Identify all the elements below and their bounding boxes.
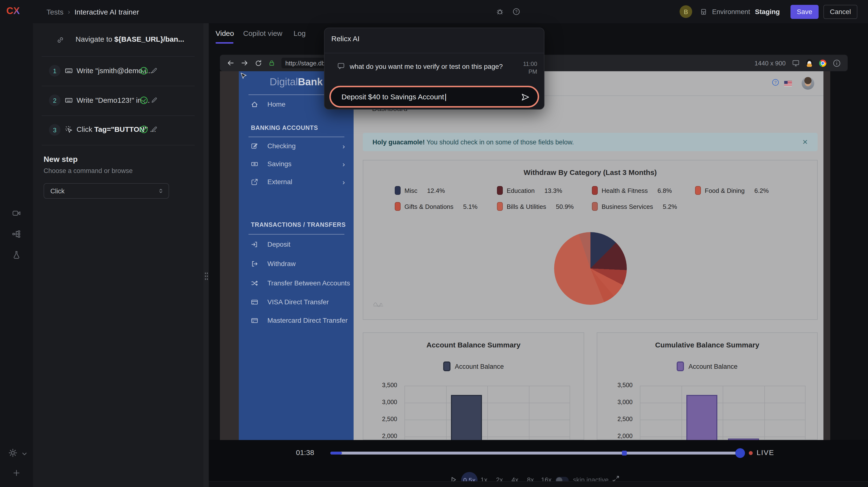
url-text: http://stage.dba	[285, 59, 329, 67]
bar-plot	[404, 386, 570, 440]
bank-nav-mastercard[interactable]: Mastercard Direct Transfer	[239, 313, 353, 327]
video-viewport[interactable]: Digital Bank Home BANKING ACCOUNTS Check…	[220, 71, 830, 440]
flow-tree-icon[interactable]	[12, 230, 21, 238]
bank-nav-external[interactable]: External›	[239, 175, 353, 188]
active-tab-underline	[216, 42, 234, 43]
mouse-cursor-icon	[240, 72, 248, 81]
live-label[interactable]: LIVE	[756, 448, 774, 456]
send-icon[interactable]	[521, 93, 530, 102]
playhead-handle[interactable]	[735, 448, 745, 458]
bank-nav-withdraw[interactable]: Withdraw	[239, 257, 353, 270]
cx-logo[interactable]: CX	[6, 5, 20, 17]
progress-track[interactable]	[330, 452, 741, 455]
settings-gear-icon[interactable]	[8, 448, 18, 457]
sign-in-icon	[251, 241, 258, 248]
browser-back-icon[interactable]	[227, 59, 235, 67]
add-icon[interactable]	[12, 469, 20, 477]
bar-legend[interactable]: Account Balance	[363, 362, 584, 371]
relicx-ai-dialog: Relicx AI what do you want me to verify …	[324, 28, 545, 110]
cancel-button[interactable]: Cancel	[824, 5, 857, 19]
chat-bubble-icon	[337, 62, 345, 70]
bank-nav-checking[interactable]: Checking›	[239, 139, 353, 153]
external-link-icon	[251, 178, 258, 185]
bank-nav-deposit[interactable]: Deposit	[239, 238, 353, 251]
flask-icon[interactable]	[12, 250, 21, 259]
panel-resize-gutter[interactable]	[204, 23, 209, 487]
step-number-badge: 1	[49, 65, 61, 77]
legend-item[interactable]: Education13.3%	[497, 186, 562, 195]
step-success-icon	[140, 66, 148, 75]
divider	[248, 136, 344, 137]
breadcrumb: Tests › Interactive AI trainer	[46, 0, 139, 23]
cx-logo-c: C	[6, 5, 13, 16]
alert-rest-text: You should check in on some of those fie…	[425, 138, 574, 146]
step-number-badge: 2	[49, 94, 61, 106]
command-select[interactable]: Click	[43, 183, 169, 199]
pie-chart[interactable]	[554, 232, 627, 305]
pie-card: Withdraw By Category (Last 3 Months) Mis…	[363, 160, 817, 320]
environment-value[interactable]: Staging	[755, 8, 780, 16]
environment-label: Environment	[712, 8, 750, 16]
divider	[42, 86, 195, 86]
bar[interactable]	[686, 395, 717, 440]
bar-legend[interactable]: Account Balance	[597, 362, 817, 371]
edit-step-icon[interactable]	[151, 125, 158, 133]
cursor-click-icon	[65, 125, 73, 133]
legend-swatch	[497, 186, 503, 195]
chrome-browser-icon	[819, 59, 826, 67]
tab-log[interactable]: Log	[293, 29, 306, 37]
tab-copilot-view[interactable]: Copilot view	[243, 29, 282, 37]
info-icon[interactable]	[833, 59, 841, 67]
bar[interactable]	[728, 438, 759, 440]
video-camera-icon[interactable]	[12, 209, 21, 218]
keyboard-icon	[65, 67, 73, 74]
edit-step-icon[interactable]	[151, 96, 158, 104]
bank-nav-visa[interactable]: VISA Direct Transfer	[239, 295, 353, 309]
monitor-icon[interactable]	[792, 59, 800, 67]
bank-section-accounts: BANKING ACCOUNTS	[251, 125, 318, 131]
cx-logo-x: X	[13, 5, 20, 16]
edit-step-icon[interactable]	[151, 67, 158, 74]
padlock-icon[interactable]	[268, 60, 275, 66]
tab-video[interactable]: Video	[216, 29, 234, 37]
bank-nav-savings[interactable]: Savings›	[239, 157, 353, 171]
bank-nav-transfer[interactable]: Transfer Between Accounts	[239, 276, 353, 290]
drag-handle-icon[interactable]	[205, 272, 208, 280]
legend-item[interactable]: Gifts & Donations5.1%	[395, 202, 477, 211]
user-avatar[interactable]: B	[680, 5, 692, 18]
divider	[42, 56, 195, 57]
browser-forward-icon[interactable]	[241, 59, 248, 67]
bank-help-icon[interactable]: ?	[772, 79, 779, 86]
legend-item[interactable]: Food & Dining6.2%	[695, 186, 769, 195]
progress-marker[interactable]	[622, 451, 627, 456]
player-controls: 01:38 LIVE 0.5x 1x 2x 4x 8x 16x skip ina…	[209, 440, 868, 487]
legend-swatch	[695, 186, 701, 195]
top-bar: Tests › Interactive AI trainer ? B Envir…	[33, 0, 868, 23]
browser-refresh-icon[interactable]	[255, 59, 262, 67]
chevron-down-icon[interactable]	[21, 451, 28, 457]
save-button[interactable]: Save	[790, 5, 818, 19]
bank-section-transactions: TRANSACTIONS / TRANSFERS	[251, 221, 346, 228]
bug-report-icon[interactable]	[496, 8, 504, 16]
credit-card-icon	[251, 298, 258, 306]
bar[interactable]	[451, 395, 482, 440]
alert-close-icon[interactable]: ✕	[802, 138, 808, 146]
help-icon[interactable]: ?	[513, 8, 520, 16]
bank-sidebar: Digital Bank Home BANKING ACCOUNTS Check…	[239, 71, 353, 440]
svg-text:?: ?	[774, 80, 776, 85]
bank-logo-bold: Bank	[298, 76, 323, 88]
bank-user-avatar[interactable]	[802, 77, 814, 90]
navigate-step-text: Navigate to ${BASE_URL}/ban...	[75, 35, 184, 43]
y-tick: 2,000	[370, 433, 397, 439]
breadcrumb-tests[interactable]: Tests	[46, 7, 63, 16]
cumulative-card: Cumulative Balance Summary Account Balan…	[597, 332, 817, 440]
legend-item[interactable]: Misc12.4%	[395, 186, 445, 195]
legend-item[interactable]: Bills & Utilities50.9%	[497, 202, 574, 211]
us-flag-icon[interactable]	[784, 81, 792, 86]
legend-item[interactable]: Business Services5.2%	[592, 202, 677, 211]
legend-item[interactable]: Health & Fitness6.8%	[592, 186, 672, 195]
new-step-title: New step	[43, 155, 78, 164]
dialog-prompt-input[interactable]: Deposit $40 to Savings Account|	[330, 86, 539, 108]
dialog-title: Relicx AI	[331, 34, 360, 43]
bar-title: Account Balance Summary	[363, 341, 584, 349]
